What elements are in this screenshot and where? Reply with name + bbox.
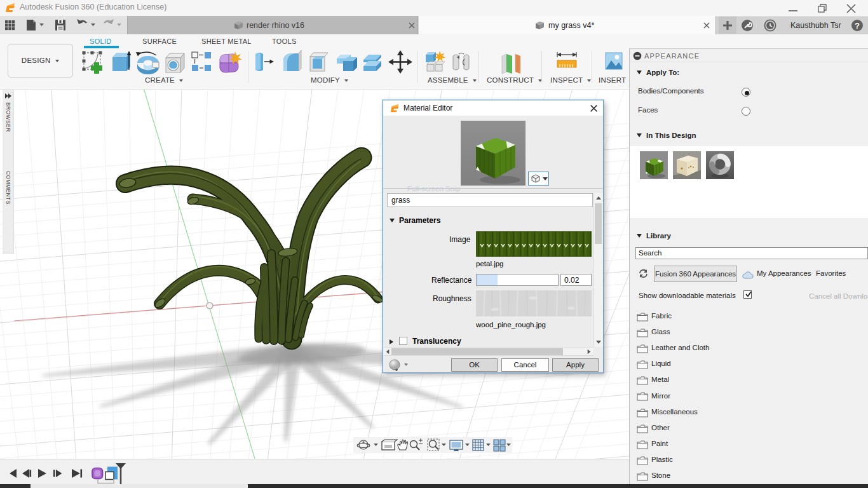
svg-text:?: ? [855,21,860,30]
